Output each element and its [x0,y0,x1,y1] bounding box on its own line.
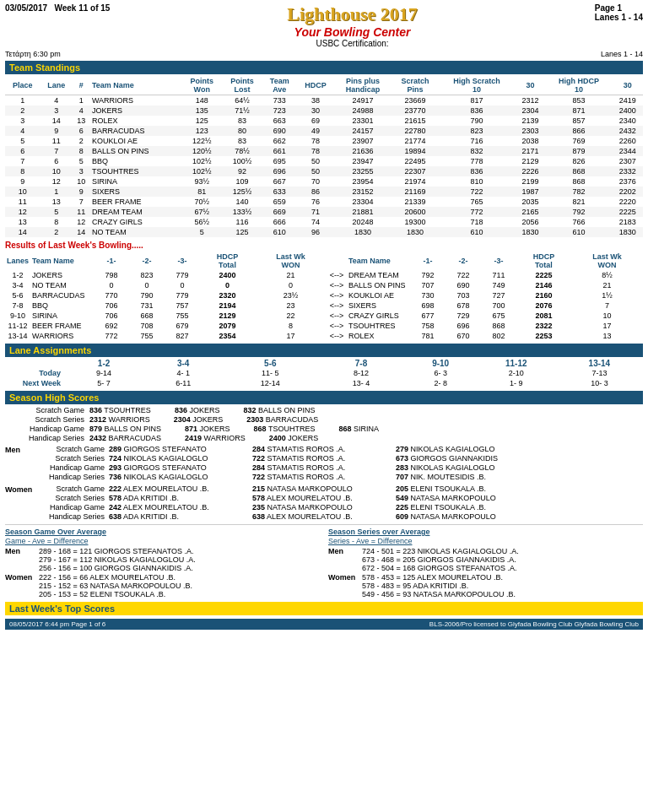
col-pts-lost: PointsLost [222,76,262,95]
table-row: 91210SIRINA93½10966770239542197481021998… [5,176,643,187]
bowling-center: Your Bowling Center [110,25,594,39]
col-hi-hdcp-10: High HDCP10 [546,76,613,95]
col-lanes: Lanes [5,252,30,270]
page-footer: 08/05/2017 6:44 pm Page 1 of 6 BLS-2006/… [5,619,643,630]
table-row: 3-4NO TEAM00000<-->BALLS ON PINS70769074… [5,280,643,290]
col-teamname-l: Team Name [30,252,94,270]
col-hi-scratch-10: High Scratch10 [439,76,515,95]
col-1r: -1- [410,252,446,270]
lane-today-4: 6- 3 [405,368,477,378]
results-table: Lanes Team Name -1- -2- -3- HDCPTotal La… [5,252,643,341]
week: Week 11 of 15 [54,3,110,13]
lane-assign-table: 1-2 3-4 5-6 7-8 9-10 11-12 13-14 Today 9… [5,359,643,388]
table-row: 11137BEER FRAME70½1406597623304213397652… [5,197,643,207]
footer-right: BLS-2006/Pro licensed to Glyfada Bowling… [429,620,639,628]
col-scratch-pins: ScratchPins [392,76,439,95]
table-row: 1-2JOKERS798823779240021<-->DREAM TEAM79… [5,270,643,280]
results-header: Results of Last Week's Bowling..... [5,241,643,250]
col-hi-hdcp-30: 30 [612,76,643,95]
col-hi-scratch-30: 30 [515,76,545,95]
individual-row: Handicap Series638 ADA KRITIDI .B.638 AL… [37,512,643,521]
lane-today-0: 9-14 [64,368,143,378]
lane-today-1: 4- 1 [143,368,223,378]
app-title: Lighthouse 2017 [110,3,594,25]
col-pts-won: PointsWon [181,76,222,95]
lane-next-1: 6-11 [143,378,223,388]
lane-today-5: 2-10 [477,368,556,378]
page-number: Page 1 [595,3,643,13]
individual-row: Scratch Series724 NIKOLAS KAGIALOGLO722 … [37,454,643,463]
table-row: 678BALLS ON PINS120½78½66178216361989483… [5,146,643,156]
season-over-avg-section: Season Game Over AverageGame - Ave = Dif… [5,524,643,599]
date: 03/05/2017 [5,3,47,13]
page-lanes: Page 1 Lanes 1 - 14 [595,3,643,22]
individual-row: Scratch Series578 ADA KRITIDI .B.578 ALE… [37,494,643,502]
gender-section: WomenScratch Game222 ALEX MOURELATOU .B.… [5,484,643,522]
standings-table: Place Lane # Team Name PointsWon PointsL… [5,76,643,237]
col-2r: -2- [446,252,481,270]
col-lane: Lane [40,76,73,95]
today-label: Today [5,368,64,378]
lanes-range: Lanes 1 - 14 [601,50,643,58]
season-high-row: Scratch Series2312 WARRIORS2304 JOKERS23… [5,415,643,424]
table-row: 13-14WARRIORS772755827235417<-->ROLEX781… [5,331,643,341]
col-teamname-r: Team Name [347,252,410,270]
season-high-row: Handicap Game879 BALLS ON PINS871 JOKERS… [5,425,643,433]
individual-row: Handicap Game293 GIORGOS STEFANATO284 ST… [37,463,643,472]
col-num: # [73,76,90,95]
table-row: 11-12BEER FRAME69270867920798<-->TSOUHTR… [5,321,643,331]
table-row: 234JOKERS13571½7233024988237708362304871… [5,106,643,116]
lane-next-2: 12-14 [223,378,317,388]
table-row: 14214NO TEAM5125610961830183061018306101… [5,227,643,237]
gender-section: MenScratch Game289 GIORGOS STEFANATO284 … [5,445,643,482]
col-2l: -2- [129,252,165,270]
col-hdcp-totr: HDCPTotal [516,252,571,270]
col-arrow [327,252,347,270]
col-place: Place [5,76,40,95]
col-team-ave: TeamAve [262,76,297,95]
col-wonr: Last WkWON [571,252,643,270]
last-week-title: Last Week's Top Scores [9,604,115,614]
individual-row: Handicap Game242 ALEX MOURELATOU .B.235 … [37,503,643,512]
lane-today-2: 11- 5 [223,368,317,378]
day-time: Τετάρτη 6:30 pm [5,50,61,58]
season-over-avg: Season Game Over AverageGame - Ave = Dif… [5,528,643,599]
individual-row: Scratch Game289 GIORGOS STEFANATO284 STA… [37,445,643,453]
col-1l: -1- [94,252,129,270]
lane-today-3: 8-12 [317,368,404,378]
gender-label: Women [5,484,37,522]
col-3r: -3- [481,252,516,270]
table-row: 5-6BARRACUDAS770790779232023½<-->KOUKLOI… [5,290,643,300]
col-hdcp: HDCP [297,76,335,95]
team-standings-header: Team Standings [5,61,643,74]
table-row: 12511DREAM TEAM67½133½669712188120600772… [5,207,643,217]
individual-row: Scratch Game222 ALEX MOURELATOU .B.215 N… [37,484,643,493]
footer-left: 08/05/2017 6:44 pm Page 1 of 6 [9,620,105,628]
season-high-row: Scratch Game836 TSOUHTRES836 JOKERS832 B… [5,406,643,414]
table-row: 7-8BBQ706731757219423<-->SIXERS698678700… [5,300,643,311]
table-row: 13812CRAZY GIRLS56½116666742024819300718… [5,217,643,227]
table-row: 765BBQ102½100½69550239472249577821298262… [5,156,643,166]
lane-next-0: 5- 7 [64,378,143,388]
date-week: 03/05/2017 Week 11 of 15 [5,3,110,13]
individual-row: Handicap Series736 NIKOLAS KAGIALOGLO722… [37,473,643,481]
table-row: 1019SIXERS81125½633862315221169722198778… [5,187,643,197]
season-high-section: Scratch Game836 TSOUHTRES836 JOKERS832 B… [5,406,643,442]
table-row: 31413ROLEX125836636923301216157902139857… [5,116,643,126]
col-3l: -3- [165,252,200,270]
col-wonl: Last WkWON [255,252,327,270]
usbc-cert: USBC Certification: [110,39,594,48]
lanes-info: Lanes 1 - 14 [595,13,643,22]
table-row: 141WARRIORS14864½73338249172366981723128… [5,95,643,106]
center-header: Lighthouse 2017 Your Bowling Center USBC… [110,3,594,48]
last-week-header: Last Week's Top Scores [5,602,643,615]
table-row: 5112KOUKLOI AE122½8366278239072177471620… [5,136,643,146]
season-high-row: Handicap Series2432 BARRACUDAS2419 WARRI… [5,434,643,442]
col-hdcp-totl: HDCPTotal [200,252,255,270]
lane-next-6: 10- 3 [556,378,643,388]
season-high-header: Season High Scores [5,391,643,404]
col-pins-plus: Pins plusHandicap [334,76,391,95]
lane-today-6: 7-13 [556,368,643,378]
next-week-label: Next Week [5,378,64,388]
table-row: 496BARRACUDAS123806904924157227808232303… [5,126,643,136]
